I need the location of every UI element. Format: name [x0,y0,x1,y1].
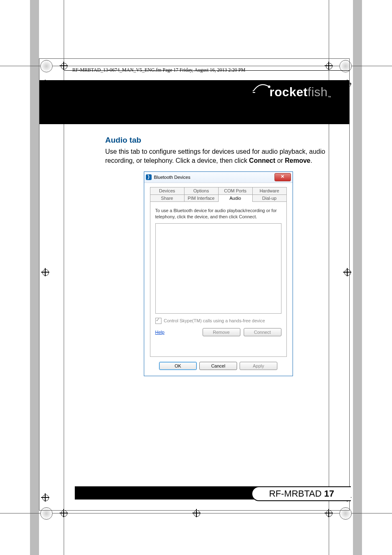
section-paragraph: Use this tab to configure settings for d… [105,147,331,165]
tab-share[interactable]: Share [150,194,184,202]
skype-checkbox-row: Control Skype(TM) calls using a hands-fr… [155,318,281,324]
remove-button[interactable]: Remove [203,328,240,336]
section-heading: Audio tab [105,136,331,145]
bluetooth-devices-dialog: Bluetooth Devices ✕ Devices Options COM … [144,171,293,376]
tab-devices[interactable]: Devices [150,187,184,194]
print-shade-left [30,0,39,555]
connect-button[interactable]: Connect [244,328,281,336]
footer-model: RF-MRBTAD [269,488,322,499]
ok-button[interactable]: OK [159,362,197,370]
svg-point-0 [268,86,270,88]
help-link[interactable]: Help [155,330,199,335]
tab-row-1: Devices Options COM Ports Hardware [150,187,287,194]
brand-banner: rocketfish™ [39,80,349,124]
apply-button[interactable]: Apply [240,362,277,370]
page-number-pill: RF-MRBTAD 17 [251,486,351,501]
dialog-title: Bluetooth Devices [154,175,274,180]
device-list[interactable] [155,223,281,314]
header-rule [64,70,349,71]
close-button[interactable]: ✕ [274,173,291,181]
bluetooth-icon [146,174,152,180]
tab-row-2: Share PIM Interface Audio Dial-up [150,194,287,202]
logo-arc-icon [253,83,272,93]
logo-text-bold: rocket [270,85,308,99]
skype-checkbox-label: Control Skype(TM) calls using a hands-fr… [164,318,265,323]
dialog-footer: OK Cancel Apply [144,357,293,376]
tab-audio[interactable]: Audio [218,194,253,202]
skype-checkbox[interactable] [155,318,161,324]
footer-bar: RF-MRBTAD 17 [39,486,349,500]
tab-dial-up[interactable]: Dial-up [252,194,287,202]
footer-page: 17 [324,488,334,499]
main-content: Audio tab Use this tab to configure sett… [39,124,349,376]
page-frame: RF-MRBTAD_13-0674_MAN_V5_ENG.fm Page 17 … [39,58,350,511]
tab-com-ports[interactable]: COM Ports [218,187,253,194]
dialog-titlebar: Bluetooth Devices ✕ [144,172,293,183]
rocketfish-logo: rocketfish™ [253,85,331,99]
cancel-button[interactable]: Cancel [199,362,237,370]
panel-footer: Help Remove Connect [155,328,281,336]
tab-strip: Devices Options COM Ports Hardware Share… [144,183,293,357]
tab-panel-audio: To use a Bluetooth device for audio play… [150,201,287,357]
logo-text-light: fish [308,85,328,99]
panel-instruction: To use a Bluetooth device for audio play… [155,208,281,220]
tab-hardware[interactable]: Hardware [252,187,287,194]
tab-options[interactable]: Options [184,187,219,194]
print-shade-right [353,0,362,555]
trademark: ™ [328,95,332,99]
tab-pim-interface[interactable]: PIM Interface [184,194,219,202]
